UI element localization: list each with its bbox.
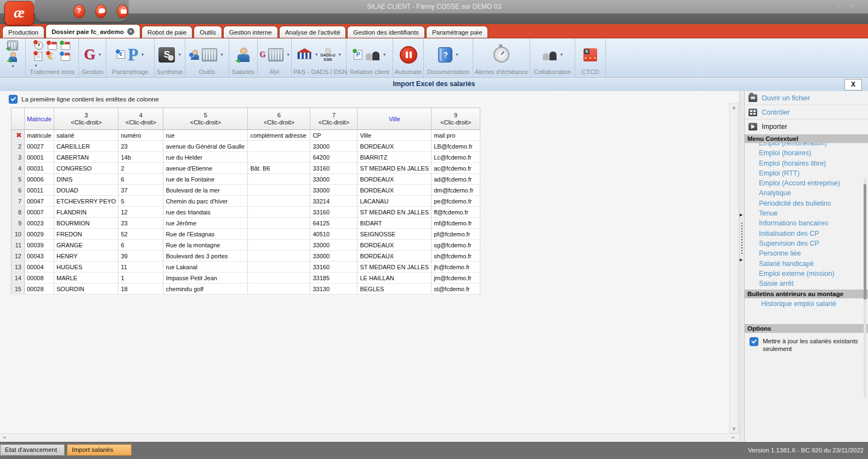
grid-cell[interactable]: jm@fcdemo.fr bbox=[432, 273, 480, 284]
nav-tab-outils[interactable]: Outils bbox=[194, 26, 222, 38]
grid-cell[interactable]: GRANGE bbox=[54, 240, 118, 251]
grid-cell[interactable]: 23 bbox=[118, 141, 163, 152]
row-number-cell[interactable]: 3 bbox=[12, 152, 25, 163]
scroll-right-icon[interactable]: ► bbox=[732, 435, 735, 440]
nav-tab-analyse-de-l-activite[interactable]: Analyse de l'activité bbox=[279, 26, 347, 38]
param-euro-icon[interactable] bbox=[117, 50, 125, 59]
grid-cell[interactable]: numéro bbox=[118, 130, 163, 141]
row-number-cell[interactable]: 4 bbox=[12, 163, 25, 174]
menu-item-initialisation-des-cp[interactable]: Initialisation des CP bbox=[759, 229, 868, 239]
grid-cell[interactable]: 33214 bbox=[310, 196, 358, 207]
nav-tab-parametrage-paie[interactable]: Paramétrage paie bbox=[426, 26, 488, 38]
grid-cell[interactable]: ac@fcdemo.fr bbox=[432, 163, 480, 174]
main-vertical-scrollbar[interactable]: ▲ ▼ bbox=[729, 103, 739, 433]
menu-item-analytique[interactable]: Analytique bbox=[759, 188, 868, 198]
col-header-ville[interactable]: Ville bbox=[358, 108, 432, 130]
grid-cell[interactable] bbox=[248, 152, 310, 163]
grid-cell[interactable]: 00028 bbox=[25, 284, 54, 294]
messages-icon[interactable] bbox=[117, 4, 128, 18]
grid-cell[interactable]: 00027 bbox=[25, 141, 54, 152]
status-tab-import-salaries[interactable]: Import salariés bbox=[67, 444, 132, 456]
menu-item-emploi-horaires-libre[interactable]: Emploi (horaires libre) bbox=[759, 158, 868, 168]
grid-cell[interactable]: Boulevard de la mer bbox=[163, 185, 248, 196]
grid-cell[interactable]: pe@fcdemo.fr bbox=[432, 196, 480, 207]
grid-cell[interactable]: 33185 bbox=[310, 273, 358, 284]
grid-cell[interactable] bbox=[248, 196, 310, 207]
dropdown-arrow-icon[interactable]: ▾ bbox=[456, 52, 458, 57]
grid-cell[interactable]: jh@fcdemo.fr bbox=[432, 262, 480, 273]
grid-cell[interactable]: 00023 bbox=[25, 218, 54, 229]
row-number-cell[interactable]: 7 bbox=[12, 196, 25, 207]
grid-cell[interactable]: 33000 bbox=[310, 240, 358, 251]
dads-dsn-icon[interactable]: DADS-U DSN bbox=[320, 48, 335, 62]
grid-cell[interactable]: Ville bbox=[358, 130, 432, 141]
grid-cell[interactable]: MARLE bbox=[54, 273, 118, 284]
grid-cell[interactable]: 00006 bbox=[25, 174, 54, 185]
grid-cell[interactable]: DOUAD bbox=[54, 185, 118, 196]
row-number-cell[interactable]: 2 bbox=[12, 141, 25, 152]
row-number-cell[interactable]: 6 bbox=[12, 185, 25, 196]
grid-cell[interactable] bbox=[248, 229, 310, 240]
grid-cell[interactable]: avenue d'Etienne bbox=[163, 163, 248, 174]
grid-cell[interactable]: 00011 bbox=[25, 185, 54, 196]
grid-cell[interactable]: rue Jérôme bbox=[163, 218, 248, 229]
outils-building-icon[interactable] bbox=[202, 48, 217, 61]
grid-cell[interactable]: BORDEAUX bbox=[358, 251, 432, 262]
grid-cell[interactable]: 33000 bbox=[310, 141, 358, 152]
grid-cell[interactable]: 00029 bbox=[25, 229, 54, 240]
grid-cell[interactable]: 39 bbox=[118, 251, 163, 262]
grid-cell[interactable]: BORDEAUX bbox=[358, 174, 432, 185]
grid-cell[interactable]: 33160 bbox=[310, 207, 358, 218]
dropdown-arrow-icon[interactable]: ▾ bbox=[178, 52, 180, 57]
grid-cell[interactable]: 33000 bbox=[310, 185, 358, 196]
menu-item-emploi-horaires[interactable]: Emploi (horaires) bbox=[759, 148, 868, 158]
month-validate-icon[interactable] bbox=[61, 42, 70, 50]
nav-tab-gestion-interne[interactable]: Gestion interne bbox=[223, 26, 278, 38]
documentation-book-icon[interactable] bbox=[438, 47, 452, 63]
grid-cell[interactable]: FREDON bbox=[54, 229, 118, 240]
salaries-person-icon[interactable] bbox=[237, 54, 249, 62]
dropdown-arrow-icon[interactable]: ▾ bbox=[339, 52, 341, 57]
row-number-cell[interactable]: 13 bbox=[12, 262, 25, 273]
grid-cell[interactable]: 00039 bbox=[25, 240, 54, 251]
dropdown-arrow-icon[interactable]: ▾ bbox=[35, 63, 44, 68]
grid-cell[interactable]: rue bbox=[163, 130, 248, 141]
grid-cell[interactable]: Rue de l'Estagnas bbox=[163, 229, 248, 240]
scroll-up-icon[interactable]: ▲ bbox=[730, 105, 738, 110]
grid-cell[interactable]: 11 bbox=[118, 262, 163, 273]
col-header-7[interactable]: 7<Clic-droit> bbox=[310, 108, 358, 130]
grid-cell[interactable] bbox=[248, 284, 310, 294]
salary-euro-icon[interactable] bbox=[61, 53, 70, 61]
grid-cell[interactable]: BORDEAUX bbox=[358, 141, 432, 152]
grid-cell[interactable]: LB@fcdemo.fr bbox=[432, 141, 480, 152]
grid-cell[interactable]: 64125 bbox=[310, 218, 358, 229]
delete-row-icon[interactable]: ✖ bbox=[16, 131, 22, 139]
grid-cell[interactable]: 33130 bbox=[310, 284, 358, 294]
grid-cell[interactable]: 37 bbox=[118, 185, 163, 196]
nav-tab-dossier-paie-fc-avdemo[interactable]: Dossier paie fc_avdemo✕ bbox=[46, 24, 140, 38]
grid-cell[interactable]: BIDART bbox=[358, 218, 432, 229]
grid-cell[interactable]: 6 bbox=[118, 240, 163, 251]
grid-cell[interactable]: ST MEDARD EN JALLES bbox=[358, 163, 432, 174]
row-number-cell[interactable]: 10 bbox=[12, 229, 25, 240]
employee-sync-icon[interactable] bbox=[9, 56, 17, 62]
first-line-headers-checkbox[interactable] bbox=[9, 95, 18, 104]
grid-cell[interactable]: 00043 bbox=[25, 251, 54, 262]
acompte-euro-icon[interactable] bbox=[48, 53, 55, 61]
grid-cell[interactable]: Rue de la montagne bbox=[163, 240, 248, 251]
grid-cell[interactable]: salarié bbox=[54, 130, 118, 141]
grid-cell[interactable]: rue des Irlandais bbox=[163, 207, 248, 218]
row-selector-header[interactable] bbox=[12, 108, 25, 130]
col-header-6[interactable]: 6<Clic-droit> bbox=[248, 108, 310, 130]
gestion-g-icon[interactable]: G bbox=[84, 47, 95, 62]
grid-cell[interactable]: ad@fcdemo.fr bbox=[432, 174, 480, 185]
grid-cell[interactable] bbox=[248, 141, 310, 152]
row-number-cell[interactable]: 5 bbox=[12, 174, 25, 185]
month-close-icon[interactable] bbox=[48, 42, 57, 50]
grid-cell[interactable]: ETCHEVERRY PEYO bbox=[54, 196, 118, 207]
nav-tab-robot-de-paie[interactable]: Robot de paie bbox=[141, 26, 193, 38]
col-header-3[interactable]: 3<Clic-droit> bbox=[54, 108, 118, 130]
relation-people-icon[interactable] bbox=[365, 49, 380, 60]
menu-item-emploi-remuneration[interactable]: Emploi (rémunération) bbox=[759, 143, 868, 148]
grid-cell[interactable]: 00001 bbox=[25, 152, 54, 163]
